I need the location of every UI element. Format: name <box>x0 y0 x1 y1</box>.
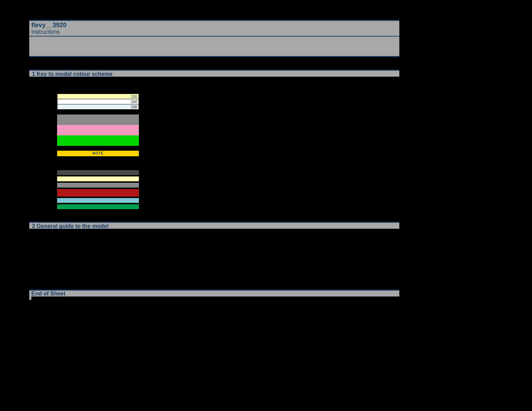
page-title: flevy__3920 <box>29 21 399 29</box>
header-spacer <box>29 37 399 56</box>
sheet: flevy__3920 Instructions 1 Key to model … <box>29 20 399 300</box>
section-1-heading: 1 Key to model colour scheme <box>29 70 399 77</box>
gap <box>29 57 399 70</box>
bar-green <box>57 204 139 209</box>
bar-darkgrey <box>57 170 139 175</box>
swatch-value: 100 <box>131 105 137 109</box>
bar-lightblue <box>57 198 139 203</box>
swatch-value: 100 <box>131 100 137 104</box>
end-label: End of Sheet <box>29 290 399 297</box>
swatch-value: 100 <box>131 94 137 98</box>
colour-key: 100 100 100 NOTE <box>57 94 139 209</box>
swatch-row: 100 <box>57 104 139 110</box>
end-marker <box>29 297 31 300</box>
section-2-heading: 2 General guide to the model <box>29 222 399 229</box>
bar-stack <box>57 170 139 209</box>
note-bar-wrap: NOTE <box>57 151 139 156</box>
swatch-row: 100 <box>57 94 139 99</box>
swatch-grey <box>57 114 139 125</box>
bar-grey <box>57 183 139 188</box>
big-swatch-stack <box>57 114 139 146</box>
swatch-pink <box>57 125 139 135</box>
swatch-green <box>57 135 139 146</box>
note-bar: NOTE <box>57 151 139 156</box>
swatch-row: 100 <box>57 99 139 104</box>
end-of-sheet: End of Sheet <box>29 290 399 300</box>
bar-red <box>57 189 139 197</box>
header-block: flevy__3920 Instructions <box>29 20 399 57</box>
page-subtitle: Instructions <box>29 29 399 37</box>
bar-yellow <box>57 176 139 181</box>
